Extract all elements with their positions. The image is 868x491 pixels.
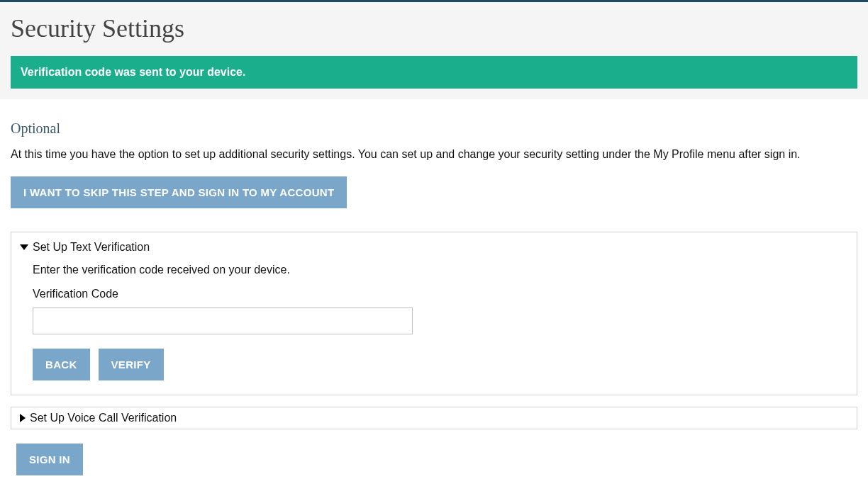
page-title: Security Settings: [11, 13, 857, 43]
alert-message: Verification code was sent to your devic…: [21, 66, 245, 78]
panel-voice-title: Set Up Voice Call Verification: [30, 412, 177, 424]
panel-text-buttons: BACK VERIFY: [33, 349, 848, 380]
skip-button[interactable]: I WANT TO SKIP THIS STEP AND SIGN IN TO …: [11, 176, 347, 208]
chevron-right-icon: [20, 414, 26, 422]
panel-text-verification: Set Up Text Verification Enter the verif…: [11, 232, 857, 395]
panel-voice-header[interactable]: Set Up Voice Call Verification: [20, 412, 848, 424]
verification-code-label: Verification Code: [33, 288, 848, 300]
signin-button[interactable]: SIGN IN: [16, 444, 83, 475]
chevron-down-icon: [20, 244, 28, 250]
optional-heading: Optional: [11, 120, 857, 137]
panel-voice-verification: Set Up Voice Call Verification: [11, 407, 857, 429]
verify-button[interactable]: VERIFY: [99, 349, 164, 380]
signin-wrap: SIGN IN: [0, 444, 868, 490]
back-button[interactable]: BACK: [33, 349, 90, 380]
panel-text-body: Enter the verification code received on …: [20, 254, 848, 380]
alert-success: Verification code was sent to your devic…: [11, 56, 857, 89]
panel-text-title: Set Up Text Verification: [33, 241, 150, 254]
top-band: Security Settings Verification code was …: [0, 0, 868, 99]
panel-text-instruction: Enter the verification code received on …: [33, 264, 848, 276]
verification-code-input[interactable]: [33, 307, 413, 334]
optional-description: At this time you have the option to set …: [11, 147, 857, 162]
panel-text-header[interactable]: Set Up Text Verification: [20, 241, 848, 254]
main-area: Optional At this time you have the optio…: [0, 99, 868, 444]
